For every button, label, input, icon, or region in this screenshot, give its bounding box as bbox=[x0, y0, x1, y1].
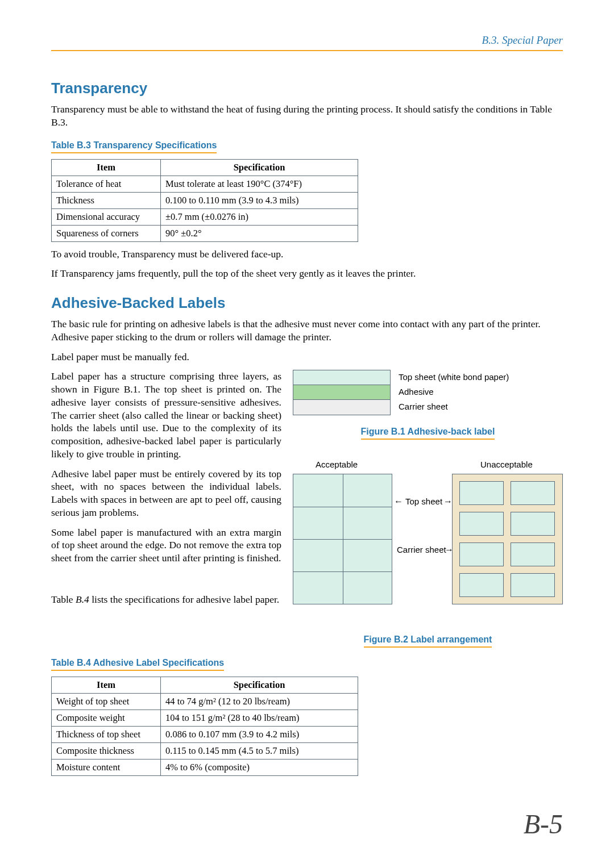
td: 4% to 6% (composite) bbox=[161, 760, 358, 776]
table-b3-caption: Table B.3 Transparency Specifications bbox=[51, 140, 217, 153]
th-spec: Specification bbox=[161, 159, 358, 176]
text: lists the specifications for adhesive la… bbox=[89, 594, 279, 605]
table-row: Item Specification bbox=[52, 159, 358, 176]
table-row: Thickness 0.100 to 0.110 mm (3.9 to 4.3 … bbox=[52, 192, 358, 208]
transparency-note2: If Transparency jams frequently, pull th… bbox=[51, 267, 563, 280]
label-acceptable: Acceptable bbox=[316, 460, 358, 469]
adhesive-p3: Label paper has a structure comprising t… bbox=[51, 370, 281, 460]
label-unacceptable: Unacceptable bbox=[480, 460, 533, 469]
text-em: B.4 bbox=[76, 594, 89, 605]
adhesive-p5: Some label paper is manufactured with an… bbox=[51, 526, 281, 565]
layer-topsheet bbox=[293, 370, 390, 385]
arrow-left-icon: ← bbox=[394, 496, 403, 507]
th-spec: Specification bbox=[161, 677, 358, 694]
th-item: Item bbox=[52, 677, 161, 694]
page-header: B.3. Special Paper bbox=[51, 34, 563, 51]
td: Squareness of corners bbox=[52, 225, 161, 241]
layer-adhesive bbox=[293, 385, 390, 400]
adhesive-p4: Adhesive label paper must be entirely co… bbox=[51, 468, 281, 519]
td: 0.115 to 0.145 mm (4.5 to 5.7 mils) bbox=[161, 743, 358, 760]
table-row: Weight of top sheet 44 to 74 g/m² (12 to… bbox=[52, 694, 358, 710]
heading-adhesive: Adhesive-Backed Labels bbox=[51, 294, 563, 312]
arrow-right-icon: → bbox=[445, 545, 454, 555]
unacceptable-grid bbox=[452, 474, 563, 604]
td: 90° ±0.2° bbox=[161, 225, 358, 241]
acceptable-grid bbox=[293, 474, 392, 604]
figure-b1-labels: Top sheet (white bond paper) Adhesive Ca… bbox=[399, 370, 509, 414]
table-b4-caption: Table B.4 Adhesive Label Specifications bbox=[51, 658, 224, 671]
table-b3: Item Specification Tolerance of heat Mus… bbox=[51, 159, 358, 242]
td: Tolerance of heat bbox=[52, 176, 161, 192]
td: Weight of top sheet bbox=[52, 694, 161, 710]
transparency-note1: To avoid trouble, Transparency must be d… bbox=[51, 248, 563, 261]
td: 0.086 to 0.107 mm (3.9 to 4.2 mils) bbox=[161, 727, 358, 743]
label-carrier: Carrier sheet bbox=[399, 399, 509, 414]
td: 44 to 74 g/m² (12 to 20 lbs/ream) bbox=[161, 694, 358, 710]
table-row: Composite thickness 0.115 to 0.145 mm (4… bbox=[52, 743, 358, 760]
table-row: Thickness of top sheet 0.086 to 0.107 mm… bbox=[52, 727, 358, 743]
td: Must tolerate at least 190°C (374°F) bbox=[161, 176, 358, 192]
table-row: Moisture content 4% to 6% (composite) bbox=[52, 760, 358, 776]
td: 0.100 to 0.110 mm (3.9 to 4.3 mils) bbox=[161, 192, 358, 208]
layer-carrier bbox=[293, 400, 390, 415]
th-item: Item bbox=[52, 159, 161, 176]
table-row: Squareness of corners 90° ±0.2° bbox=[52, 225, 358, 241]
figure-b2-caption: Figure B.2 Label arrangement bbox=[364, 635, 492, 648]
figure-b1-caption: Figure B.1 Adhesive-back label bbox=[361, 427, 495, 440]
transparency-intro: Transparency must be able to withstand t… bbox=[51, 103, 563, 129]
table-b4: Item Specification Weight of top sheet 4… bbox=[51, 677, 358, 776]
text: Table bbox=[51, 594, 76, 605]
annot-carrier: Carrier sheet bbox=[397, 545, 446, 554]
figure-b1: Top sheet (white bond paper) Adhesive Ca… bbox=[293, 370, 563, 445]
adhesive-p2: Label paper must be manually fed. bbox=[51, 350, 563, 364]
td: Composite thickness bbox=[52, 743, 161, 760]
td: Thickness bbox=[52, 192, 161, 208]
td: ±0.7 mm (±0.0276 in) bbox=[161, 208, 358, 225]
figure-b1-diagram bbox=[293, 370, 391, 415]
table-row: Tolerance of heat Must tolerate at least… bbox=[52, 176, 358, 192]
heading-transparency: Transparency bbox=[51, 80, 563, 97]
table-row: Dimensional accuracy ±0.7 mm (±0.0276 in… bbox=[52, 208, 358, 225]
table-row: Item Specification bbox=[52, 677, 358, 694]
table-row: Composite weight 104 to 151 g/m² (28 to … bbox=[52, 710, 358, 727]
td: 104 to 151 g/m² (28 to 40 lbs/ream) bbox=[161, 710, 358, 727]
td: Moisture content bbox=[52, 760, 161, 776]
label-adhesive: Adhesive bbox=[399, 385, 509, 399]
td: Dimensional accuracy bbox=[52, 208, 161, 225]
figure-b2: Acceptable Unacceptable bbox=[293, 460, 563, 607]
page-number: B-5 bbox=[524, 808, 563, 840]
annot-topsheet: Top sheet bbox=[405, 496, 442, 506]
label-topsheet: Top sheet (white bond paper) bbox=[399, 370, 509, 385]
td: Thickness of top sheet bbox=[52, 727, 161, 743]
td: Composite weight bbox=[52, 710, 161, 727]
adhesive-p1: The basic rule for printing on adhesive … bbox=[51, 318, 563, 344]
adhesive-p6: Table B.4 lists the specifications for a… bbox=[51, 593, 281, 606]
arrow-right-icon: → bbox=[443, 496, 453, 507]
